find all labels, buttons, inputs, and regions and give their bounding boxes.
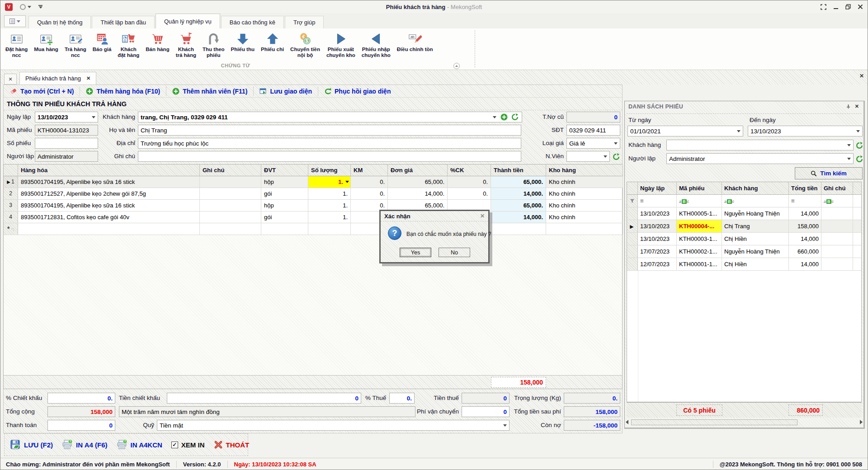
chevron-down-icon[interactable]: [503, 424, 507, 427]
tab-bao-cao-thong-ke[interactable]: Báo cáo thống kê: [221, 16, 284, 28]
col-ma-phieu[interactable]: Mã phiếu: [677, 182, 722, 195]
khach-hang-combo[interactable]: trang, Chị Trang, 0329 029 411: [138, 112, 522, 122]
cell-price[interactable]: 65,000.: [388, 176, 448, 188]
restore-layout-button[interactable]: Phục hồi giao diện: [318, 88, 396, 95]
cell-warehouse[interactable]: Kho chính: [546, 212, 623, 223]
cell-warehouse[interactable]: Kho chính: [546, 200, 623, 212]
n-vien-combo[interactable]: [566, 151, 610, 162]
search-button[interactable]: Tìm kiếm: [795, 167, 863, 179]
filter-row[interactable]: = aBc aBc = aBc: [627, 195, 861, 207]
close-icon[interactable]: ✕: [480, 213, 485, 219]
chevron-down-icon[interactable]: [847, 158, 851, 160]
fit-screen-button[interactable]: [821, 4, 826, 10]
close-all-tabs-button[interactable]: ✕: [4, 74, 17, 85]
cell-qty[interactable]: 1.: [308, 188, 351, 200]
list-item[interactable]: 17/07/2023 KTH00002-1... Nguyễn Hoàng Th…: [627, 245, 861, 258]
paid-field[interactable]: 0: [47, 420, 115, 431]
chevron-down-icon[interactable]: [614, 142, 618, 145]
cell-price[interactable]: 14,000.: [388, 188, 448, 200]
tab-quan-tri-he-thong[interactable]: Quản trị hệ thống: [28, 16, 91, 28]
pin-icon[interactable]: [846, 104, 851, 109]
filter-note[interactable]: aBc: [821, 195, 853, 207]
chevron-down-icon[interactable]: [493, 116, 496, 118]
application-menu-button[interactable]: [4, 15, 26, 27]
toolbar-thu-theo-phieu[interactable]: Thu theophiếu: [199, 30, 228, 58]
tab-quan-ly-nghiep-vu[interactable]: Quản lý nghiệp vụ: [156, 14, 220, 28]
cell-qty[interactable]: 1.: [308, 200, 351, 212]
col-ghi-chu[interactable]: Ghi chú: [821, 182, 853, 195]
new-button[interactable]: Tạo mới (Ctrl + N): [4, 87, 80, 95]
tab-phieu-khach-tra-hang[interactable]: Phiếu khách trả hàng ✕: [19, 72, 96, 85]
sp-nguoi-lap-combo[interactable]: Administrator: [666, 153, 854, 164]
col-tong-tien[interactable]: Tổng tiền: [789, 182, 821, 195]
tab-tro-giup[interactable]: Trợ giúp: [285, 16, 324, 28]
ngay-lap-combo[interactable]: 13/10/2023: [35, 112, 98, 122]
close-panel-icon[interactable]: ✕: [855, 103, 859, 109]
dialog-titlebar[interactable]: Xác nhận ✕: [381, 211, 488, 221]
restore-button[interactable]: [845, 4, 851, 9]
dia-chi-field[interactable]: Trường tiểu học phúc lộc: [138, 138, 521, 149]
col-hang-hoa[interactable]: Hàng hóa: [18, 164, 200, 176]
quick-access-button[interactable]: [20, 4, 31, 10]
col-ngay-lap[interactable]: Ngày lập: [638, 182, 677, 195]
cell-note[interactable]: [200, 176, 261, 188]
close-tab-icon[interactable]: ✕: [86, 75, 90, 81]
add-staff-button[interactable]: Thêm nhân viên (F11): [166, 88, 253, 95]
minimize-button[interactable]: [833, 4, 839, 9]
table-row[interactable]: ▶1 8935001704195, Alpenlibe kẹo sữa 16 s…: [4, 176, 622, 188]
toolbar-phieu-thu[interactable]: Phiếu thu: [228, 30, 258, 52]
col-dvt[interactable]: ĐVT: [261, 164, 308, 176]
col-khach-hang[interactable]: Khách hàng: [722, 182, 789, 195]
cell-product[interactable]: 8935001704195, Alpenlibe kẹo sữa 16 stic…: [18, 176, 200, 188]
col-don-gia[interactable]: Đơn giá: [388, 164, 448, 176]
sp-khach-hang-combo[interactable]: [666, 140, 854, 150]
customize-toolbar-button[interactable]: [38, 5, 42, 9]
col-ghi-chu[interactable]: Ghi chú: [200, 164, 261, 176]
cell-qty-editing[interactable]: 1.: [308, 176, 351, 188]
cell-unit[interactable]: gói: [261, 188, 308, 200]
chevron-down-icon[interactable]: [856, 130, 860, 132]
cell-warehouse[interactable]: Kho chính: [546, 188, 623, 200]
toolbar-dat-hang-ncc[interactable]: Đặt hàngncc: [2, 30, 31, 58]
col-so-luong[interactable]: Số lượng: [308, 164, 351, 176]
ho-va-ten-field[interactable]: Chị Trang: [138, 125, 521, 136]
discount-field[interactable]: 0: [167, 393, 361, 404]
cell-qty[interactable]: 1.: [308, 212, 351, 223]
cell-note[interactable]: [200, 200, 261, 212]
col-kho-hang[interactable]: Kho hàng: [546, 164, 623, 176]
sp-refresh-user-button[interactable]: [855, 155, 863, 163]
cell-note[interactable]: [200, 188, 261, 200]
toolbar-ban-hang[interactable]: Bán hàng: [142, 30, 172, 52]
pct-discount-field[interactable]: 0.: [47, 393, 115, 404]
filter-total[interactable]: =: [789, 195, 821, 207]
cell-unit[interactable]: hộp: [261, 200, 308, 212]
horizontal-scrollbar[interactable]: [626, 418, 863, 426]
toolbar-phieu-xuat-chuyen-kho[interactable]: Phiếu xuấtchuyển kho: [323, 30, 359, 58]
scroll-left-icon[interactable]: [626, 420, 628, 424]
list-item[interactable]: 13/10/2023 KTH00005-1... Nguyễn Hoàng Th…: [627, 207, 861, 220]
cell-km[interactable]: 0.: [351, 176, 388, 188]
chevron-down-icon[interactable]: [92, 116, 95, 118]
toolbar-chuyen-tien-noi-bo[interactable]: €$ Chuyển tiềnnội bộ: [287, 30, 323, 58]
list-item[interactable]: 12/07/2023 KTH00001-1... Chị Hiền 14,000: [627, 258, 861, 271]
filter-customer[interactable]: aBc: [722, 195, 789, 207]
cell-product[interactable]: 8935001712527, Alpenlibe kẹo 2chew gói 8…: [18, 188, 200, 200]
list-item-selected[interactable]: ▶ 13/10/2023 KTH00004-... Chị Trang 158,…: [627, 220, 861, 233]
cell-product[interactable]: 8935001704195, Alpenlibe kẹo sữa 16 stic…: [18, 200, 200, 212]
col-thanh-tien[interactable]: Thành tiền: [491, 164, 546, 176]
so-phieu-field[interactable]: [35, 138, 98, 149]
close-panel-icon[interactable]: ✕: [859, 73, 864, 79]
den-ngay-combo[interactable]: 13/10/2023: [748, 126, 863, 136]
refresh-staff-button[interactable]: [612, 153, 620, 161]
close-button[interactable]: [858, 4, 863, 9]
new-row[interactable]: * ⁻:: [4, 223, 622, 235]
cell-unit[interactable]: gói: [261, 212, 308, 223]
tab-thiet-lap-ban-dau[interactable]: Thiết lập ban đầu: [92, 16, 154, 28]
toolbar-phieu-nhap-chuyen-kho[interactable]: Phiếu nhậpchuyển kho: [359, 30, 394, 58]
chevron-down-icon[interactable]: [345, 181, 349, 183]
col-km[interactable]: KM: [351, 164, 388, 176]
print-a4-button[interactable]: ? IN A4 (F6): [62, 439, 107, 450]
sdt-field[interactable]: 0329 029 411: [566, 125, 620, 136]
toolbar-khach-dat-hang[interactable]: Kháchđặt hàng: [114, 30, 142, 58]
scroll-right-icon[interactable]: [860, 420, 863, 424]
